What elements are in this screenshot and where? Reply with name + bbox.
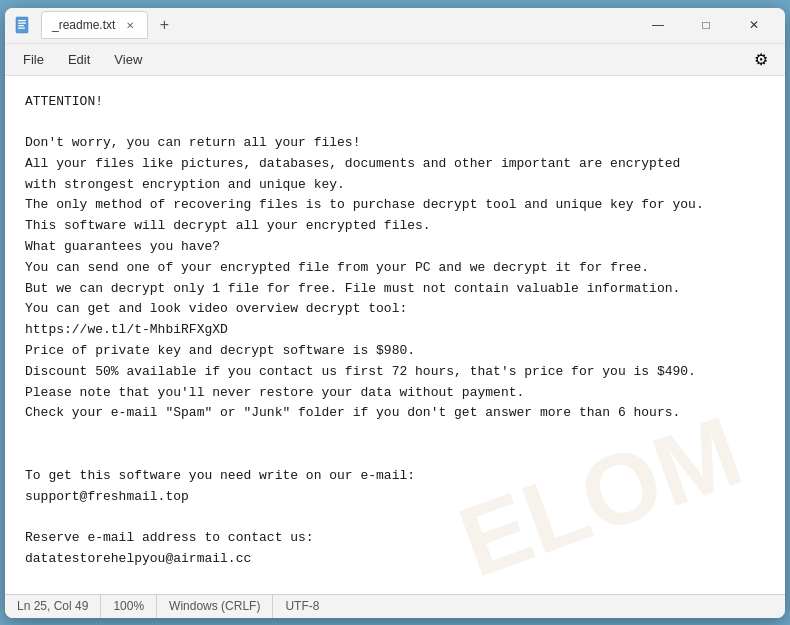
tab-close-button[interactable]: ✕ [123,18,137,32]
app-icon [13,15,33,35]
status-bar: Ln 25, Col 49 100% Windows (CRLF) UTF-8 [5,594,785,618]
main-window: _readme.txt ✕ + — □ ✕ File Edit View ⚙ A… [5,8,785,618]
settings-icon[interactable]: ⚙ [745,43,777,75]
menu-file[interactable]: File [13,48,54,71]
tab-readme[interactable]: _readme.txt ✕ [41,11,148,39]
maximize-button[interactable]: □ [683,9,729,41]
svg-rect-4 [18,28,25,29]
cursor-position: Ln 25, Col 49 [17,595,101,618]
svg-rect-1 [18,20,26,21]
tab-label: _readme.txt [52,18,115,32]
editor-content: ATTENTION! Don't worry, you can return a… [25,92,765,594]
svg-rect-2 [18,23,26,24]
line-ending: Windows (CRLF) [157,595,273,618]
svg-rect-3 [18,25,24,26]
window-controls: — □ ✕ [635,9,777,41]
menu-edit[interactable]: Edit [58,48,100,71]
tab-add-button[interactable]: + [152,13,176,37]
menu-bar: File Edit View ⚙ [5,44,785,76]
editor-area[interactable]: ATTENTION! Don't worry, you can return a… [5,76,785,594]
minimize-button[interactable]: — [635,9,681,41]
menu-view[interactable]: View [104,48,152,71]
title-bar: _readme.txt ✕ + — □ ✕ [5,8,785,44]
menu-bar-right: ⚙ [745,43,777,75]
encoding: UTF-8 [273,595,331,618]
zoom-level: 100% [101,595,157,618]
close-button[interactable]: ✕ [731,9,777,41]
tab-area: _readme.txt ✕ + [41,11,635,39]
